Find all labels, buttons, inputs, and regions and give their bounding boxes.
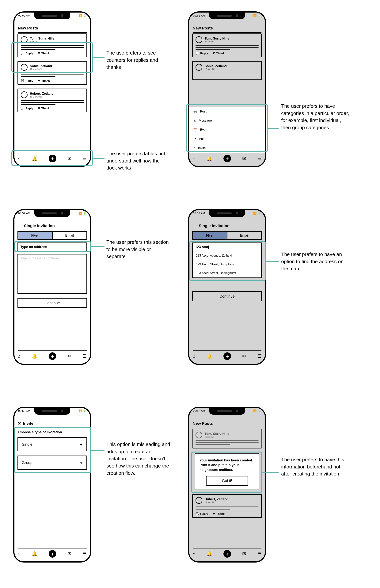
message-input[interactable]: Type a message (optional): [18, 254, 87, 294]
bell-icon[interactable]: 🔔: [207, 354, 212, 359]
annotation: The user prefers lables but understand w…: [106, 150, 171, 171]
wireframe-screen-new-posts: 09:52 AM 📶🔋 New Posts Tom, Surry Hills Y…: [13, 11, 91, 167]
status-time: 09:52 AM: [18, 14, 30, 17]
compose-action-sheet: 💬Post ✉Message 📅Event ◔Poll ⌂Invite: [189, 107, 265, 153]
tab-email[interactable]: Email: [53, 232, 87, 239]
bell-icon[interactable]: 🔔: [32, 156, 38, 161]
annotation: The use prefers to see counters for repl…: [106, 49, 171, 71]
annotation: The user prefers to have an option to fi…: [281, 251, 350, 272]
thank-button[interactable]: ❤Thank: [38, 52, 50, 55]
invite-type-single[interactable]: Single➔: [18, 437, 87, 451]
avatar: [21, 36, 28, 43]
suggestion-item[interactable]: 123 Ascot Avenue, Zetland: [193, 251, 261, 260]
annotation: The user prefers this section to be more…: [106, 239, 171, 260]
home-icon[interactable]: ⌂: [18, 354, 21, 359]
menu-icon[interactable]: ☰: [82, 551, 87, 556]
add-icon[interactable]: ＋: [224, 155, 231, 162]
bell-icon[interactable]: 🔔: [207, 156, 212, 161]
mail-icon[interactable]: ✉: [242, 354, 246, 359]
post-card: Sonia, Zetland12 May 2021: [192, 61, 262, 80]
menu-icon[interactable]: ☰: [82, 354, 87, 359]
post-author: Tom, Surry Hills: [30, 37, 54, 40]
home-icon[interactable]: ⌂: [193, 551, 195, 556]
wireframe-screen-invite-autocomplete: 09:52 AM📶🔋 ←Single Invitation Flyer Emai…: [188, 209, 266, 365]
mail-icon[interactable]: ✉: [242, 551, 246, 556]
bottom-dock: ⌂ 🔔 ＋ ✉ ☰: [18, 153, 87, 163]
thank-button[interactable]: ❤Thank: [38, 107, 50, 110]
modal-ok-button[interactable]: Got it!: [206, 476, 248, 486]
add-icon[interactable]: ＋: [49, 155, 56, 162]
suggestion-item[interactable]: 123 Ascal Street, Darlinghurst: [193, 269, 261, 277]
reply-button[interactable]: 💬Reply: [21, 52, 33, 55]
reply-button[interactable]: 💬Reply: [21, 107, 33, 110]
add-icon[interactable]: ＋: [224, 550, 231, 558]
add-icon[interactable]: ＋: [49, 352, 56, 360]
address-input[interactable]: 123 Asc|: [192, 243, 262, 251]
menu-icon[interactable]: ☰: [257, 551, 262, 556]
close-icon[interactable]: ✖: [18, 421, 21, 425]
menu-item-event[interactable]: 📅Event: [189, 125, 265, 134]
thank-button[interactable]: ❤Thank: [38, 79, 50, 82]
mail-icon[interactable]: ✉: [242, 156, 246, 161]
suggestion-item[interactable]: 123 Ascot Street, Surry Hills: [193, 260, 261, 269]
annotation: The user prefers to have categories in a…: [281, 103, 350, 131]
arrow-right-icon: ➔: [79, 461, 83, 464]
bell-icon[interactable]: 🔔: [207, 551, 212, 556]
post-card: Tom, Surry HillsYesterday: [192, 429, 262, 449]
confirmation-modal: Your invitation has been created. Print …: [195, 454, 259, 490]
annotation: The user prefers to have this informatio…: [281, 456, 350, 478]
tab-email[interactable]: Email: [228, 232, 262, 239]
bell-icon[interactable]: 🔔: [32, 551, 38, 556]
tab-flyer[interactable]: Flyer: [193, 232, 227, 239]
home-icon[interactable]: ⌂: [18, 156, 21, 161]
post-date: Yesterday: [30, 40, 54, 43]
invite-icon: ⌂: [193, 147, 195, 150]
home-icon[interactable]: ⌂: [193, 156, 195, 161]
page-title: New Posts: [18, 24, 87, 33]
menu-icon[interactable]: ☰: [257, 354, 262, 359]
message-icon: ✉: [193, 119, 196, 122]
calendar-icon: 📅: [193, 128, 197, 132]
address-suggestions: 123 Ascot Avenue, Zetland 123 Ascot Stre…: [192, 251, 262, 278]
arrow-right-icon: ➔: [79, 442, 83, 446]
back-icon[interactable]: ←: [193, 224, 197, 228]
post-card[interactable]: Hubert, Zetland 11 May 2021 💬Reply ❤Than…: [18, 89, 87, 112]
mail-icon[interactable]: ✉: [67, 156, 71, 161]
post-card: Hubert, Zetland11 May 2021 💬Reply ❤Thank: [192, 494, 262, 518]
post-card[interactable]: Tom, Surry Hills Yesterday 💬Reply ❤Thank: [18, 34, 87, 57]
post-card: Tom, Surry HillsYesterday 💬Reply ❤Thank: [192, 34, 262, 57]
poll-icon: ◔: [193, 137, 196, 141]
add-icon[interactable]: ＋: [224, 352, 231, 360]
continue-button[interactable]: Continue: [192, 291, 262, 301]
mail-icon[interactable]: ✉: [67, 551, 71, 556]
address-input[interactable]: Type an address: [18, 243, 87, 251]
tab-flyer[interactable]: Flyer: [18, 232, 52, 239]
wireframe-screen-invite-form: 09:52 AM📶🔋 ←Single Invitation Flyer Emai…: [13, 209, 91, 365]
bell-icon[interactable]: 🔔: [32, 354, 38, 359]
reply-button[interactable]: 💬Reply: [21, 79, 33, 82]
post-icon: 💬: [193, 110, 197, 113]
post-card[interactable]: Sonia, Zetland 12 May 2021 💬Reply ❤Thank: [18, 61, 87, 85]
annotation: This option is misleading and adds up to…: [106, 441, 171, 477]
avatar: [21, 64, 28, 71]
invite-type-prompt: Choose a type of invitation: [18, 430, 86, 434]
wireframe-screen-compose-menu: 09:52 AM📶🔋 New Posts Tom, Surry HillsYes…: [188, 11, 266, 167]
add-icon[interactable]: ＋: [49, 550, 56, 558]
menu-item-post[interactable]: 💬Post: [189, 107, 265, 116]
menu-item-invite[interactable]: ⌂Invite: [189, 144, 265, 152]
modal-text: Your invitation has been created. Print …: [199, 458, 255, 473]
menu-icon[interactable]: ☰: [257, 156, 262, 161]
menu-item-poll[interactable]: ◔Poll: [189, 134, 265, 144]
avatar: [21, 91, 28, 98]
invite-mode-tabs: Flyer Email: [18, 231, 87, 240]
continue-button[interactable]: Continue: [18, 298, 87, 308]
mail-icon[interactable]: ✉: [67, 354, 71, 359]
wireframe-screen-invite-type: 09:52 AM📶🔋 ✖Invite Choose a type of invi…: [13, 407, 91, 563]
home-icon[interactable]: ⌂: [193, 354, 195, 359]
menu-icon[interactable]: ☰: [82, 156, 87, 161]
menu-item-message[interactable]: ✉Message: [189, 116, 265, 125]
back-icon[interactable]: ←: [18, 224, 22, 228]
invite-type-group[interactable]: Group➔: [18, 455, 87, 470]
home-icon[interactable]: ⌂: [18, 551, 21, 556]
wireframe-screen-confirmation: 09:52 AM📶🔋 New Posts Tom, Surry HillsYes…: [188, 407, 266, 563]
